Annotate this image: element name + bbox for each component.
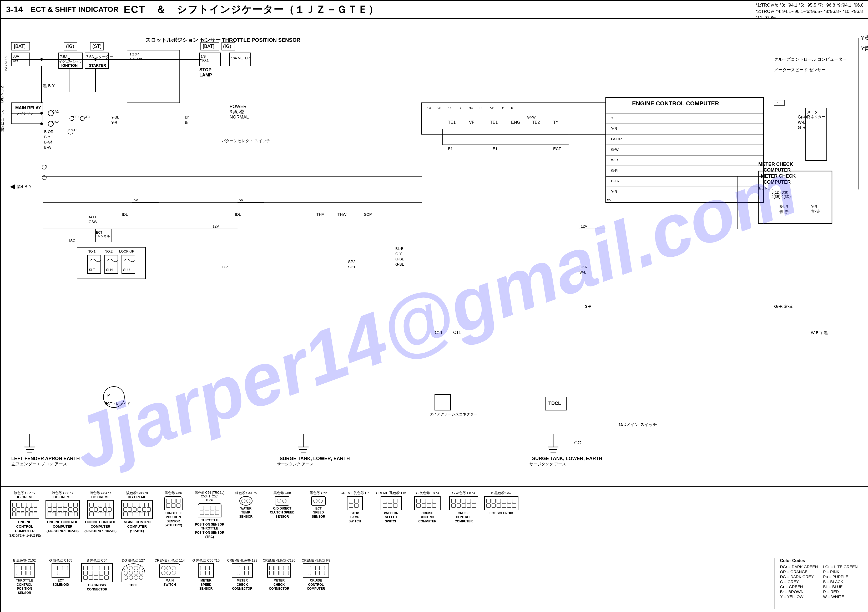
svg-text:3 線-橙: 3 線-橙	[229, 109, 244, 114]
svg-text:NORMAL: NORMAL	[229, 114, 249, 119]
connector-cruise2: G 灰色⑥ F8 *4 CRUISECONTROLCOMPUTER	[448, 491, 479, 549]
svg-text:B-W: B-W	[44, 145, 51, 150]
svg-text:Y-BL: Y-BL	[111, 115, 119, 119]
connector-ect-solenoid-main: B 黒色⑥ C67 ECT SOLENOID	[484, 491, 518, 549]
svg-text:33: 33	[479, 106, 483, 110]
svg-text:IGNITION: IGNITION	[61, 63, 78, 68]
connector-tps-trc-name: THROTTLEPOSITIONSENSOR(WITH TRC)	[165, 512, 182, 528]
svg-text:W-B白-黒: W-B白-黒	[811, 330, 828, 335]
svg-text:G-R: G-R	[798, 125, 805, 130]
connector-legend-area: 淡色⑥ C85 *7DG CREME ENGINECONTROLCOMPUTER…	[1, 487, 868, 612]
svg-text:B-LR: B-LR	[780, 204, 788, 209]
svg-text:B-Y: B-Y	[44, 135, 51, 139]
svg-text:C11: C11	[435, 330, 442, 335]
note-line-1: *1:TRCｗ/ο *3:~'94.1 *5:~'95.5 *7:~'96.8 …	[756, 2, 863, 8]
svg-text:ENGINE CONTROL COMPUTER: ENGINE CONTROL COMPUTER	[632, 100, 719, 107]
connector-ecc3-label-top: 淡色⑥ C84 *7DG CREME	[90, 491, 111, 499]
svg-text:5V: 5V	[239, 198, 243, 202]
color-pu: Pu = PURPLE	[823, 575, 861, 579]
svg-text:SP1: SP1	[348, 264, 355, 269]
svg-text:THA: THA	[316, 212, 324, 216]
connector-meter-check2-label: CREME 孔色⑥ C130	[263, 558, 295, 563]
svg-point-172	[40, 122, 43, 125]
connector-meter-check1-name: METERCHECKCONNECTOR	[232, 579, 252, 591]
svg-text:NO.1: NO.1	[88, 249, 96, 253]
connector-ect-sol-label: B 黒色⑥ C67	[491, 491, 512, 495]
svg-text:30A: 30A	[12, 54, 19, 58]
connector-main-sw-label: CREME 孔色⑥ 114	[155, 558, 185, 563]
svg-text:METER CHECK: METER CHECK	[761, 173, 796, 179]
color-bl: BL = BLUE	[823, 584, 861, 589]
svg-point-168	[40, 58, 43, 61]
connector-tps-sensor: 黒色⑥ C54 (TRC&L)C53 (TRCψ)B Gr THROTTLEPO…	[194, 491, 225, 549]
svg-text:IDL: IDL	[122, 212, 128, 216]
svg-text:11: 11	[448, 106, 452, 110]
connector-pattern-name: PATTERNSELECTSWITCH	[384, 512, 398, 524]
svg-text:CA2: CA2	[52, 110, 59, 113]
color-b: B = BLACK	[823, 580, 861, 584]
svg-text:[BAT]: [BAT]	[14, 43, 25, 49]
svg-text:コネクター: コネクター	[807, 114, 825, 119]
svg-text:TY: TY	[553, 120, 559, 125]
connector-ect-sol-small: G 灰色⑥ C105 ECTSOLENOID	[45, 558, 76, 609]
svg-text:Y-R: Y-R	[611, 190, 617, 194]
svg-text:1 2 3 4: 1 2 3 4	[130, 53, 140, 56]
svg-text:メータースピード センサー: メータースピード センサー	[774, 68, 826, 72]
connector-od-label: 黒色⑥ C68	[274, 491, 291, 495]
svg-text:BATT: BATT	[88, 215, 97, 219]
svg-text:ECTソレノイド: ECTソレノイド	[105, 402, 130, 406]
connector-ecc2-name: ENGINE CONTROLCOMPUTER(1JZ-GTE 94.1~1UZ-…	[46, 520, 79, 533]
svg-text:第4-B-Y: 第4-B-Y	[17, 184, 31, 189]
svg-text:M: M	[107, 393, 110, 397]
svg-text:W-B: W-B	[580, 270, 587, 274]
svg-text:3: 3	[45, 165, 47, 169]
svg-text:6: 6	[511, 106, 513, 110]
svg-text:STOP: STOP	[199, 67, 211, 72]
color-dgr: DGr = DARK GREEN	[780, 564, 818, 569]
connector-wts-label: 緑色⑥ C41 *5	[235, 491, 257, 495]
connector-stop-lamp-label: CREME 孔色② F7	[341, 491, 369, 495]
svg-text:ダイアグノーシスコネクター: ダイアグノーシスコネクター	[429, 412, 477, 416]
svg-text:サージタンク アース: サージタンク アース	[277, 462, 313, 466]
svg-text:W-B: W-B	[798, 120, 806, 125]
svg-text:イグニッション: イグニッション	[59, 60, 82, 63]
svg-text:D1: D1	[501, 106, 505, 110]
connector-main-sw-name: MAINSWITCH	[163, 579, 176, 587]
svg-text:O/Dメイン スイッチ: O/Dメイン スイッチ	[619, 422, 657, 427]
svg-text:7.5A: 7.5A	[60, 55, 68, 59]
svg-text:C11: C11	[453, 330, 461, 335]
svg-text:EFI: EFI	[12, 58, 18, 62]
svg-point-171	[40, 112, 43, 114]
svg-text:CA2: CA2	[52, 120, 59, 124]
svg-text:5V: 5V	[133, 198, 138, 202]
header-notes: *1:TRCｗ/ο *3:~'94.1 *5:~'95.5 *7:~'96.8 …	[756, 2, 863, 21]
svg-text:TDCL: TDCL	[549, 401, 561, 406]
svg-text:B-OR: B-OR	[44, 130, 53, 134]
svg-text:12V: 12V	[581, 224, 587, 228]
connector-ect-speed-name: ECTSPEEDSENSOR	[312, 507, 326, 519]
connector-stop-lamp-name: STOPLAMPSWITCH	[349, 512, 361, 524]
svg-text:Y: Y	[611, 116, 614, 120]
connector-meter-check1-label: CREME 孔色⑥ 129	[227, 558, 257, 563]
svg-text:Br: Br	[185, 121, 189, 125]
color-or: OR = ORANGE	[780, 569, 818, 574]
svg-text:10A METER: 10A METER	[231, 56, 250, 60]
connector-diagnosis-name: DIAGNOSISCONNECTOR	[87, 583, 107, 592]
svg-text:[BAT]: [BAT]	[203, 43, 214, 49]
connector-ect-sol-small-label: G 灰色⑥ C105	[49, 558, 72, 563]
connector-ect-speed: 黒色⑥ C65 ECTSPEEDSENSOR	[303, 491, 334, 549]
svg-text:Gr-R 灰-赤: Gr-R 灰-赤	[774, 304, 793, 309]
svg-text:ECT: ECT	[553, 146, 561, 151]
svg-text:Y黄: Y黄	[861, 45, 868, 51]
svg-text:CF3: CF3	[84, 115, 90, 119]
svg-text:パターンセレクト スイッチ: パターンセレクト スイッチ	[222, 139, 270, 143]
svg-text:(ST): (ST)	[92, 43, 102, 49]
svg-text:LOCK-UP: LOCK-UP	[119, 249, 135, 253]
svg-text:1/B NO.3: 1/B NO.3	[758, 186, 773, 190]
svg-text:34: 34	[469, 106, 473, 110]
svg-text:Y-R: Y-R	[811, 204, 817, 209]
svg-point-169	[68, 58, 70, 61]
connector-ecc1-name: ENGINECONTROLCOMPUTER(1JZ-GTE 94.1~1UZ-F…	[9, 520, 41, 538]
svg-text:SLT: SLT	[89, 268, 95, 272]
svg-text:SURGE TANK, LOWER, EARTH: SURGE TANK, LOWER, EARTH	[280, 456, 350, 461]
